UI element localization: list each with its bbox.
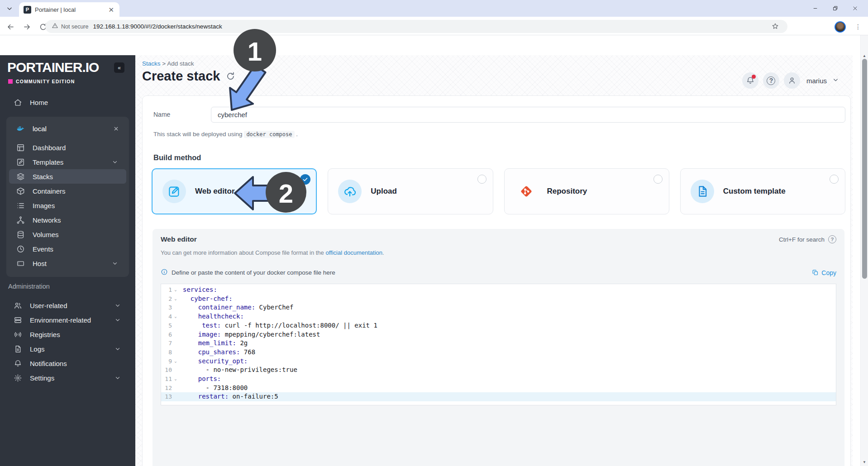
header-actions: ? marius xyxy=(742,72,839,89)
build-method-web-editor[interactable]: Web editor xyxy=(152,168,317,214)
portainer-app: PORTAINER.IO COMMUNITY EDITION « Home lo… xyxy=(0,55,860,466)
fold-chevron-icon: ⌄ xyxy=(172,312,179,321)
restore-icon[interactable] xyxy=(828,2,842,15)
scrollbar-thumb[interactable] xyxy=(862,59,867,279)
refresh-icon[interactable] xyxy=(226,71,235,81)
sidebar-item-host[interactable]: Host xyxy=(9,256,126,271)
users-icon xyxy=(14,301,22,310)
sidebar-item-settings[interactable]: Settings xyxy=(0,371,135,385)
stack-name-input[interactable] xyxy=(211,107,845,123)
not-secure-warning-icon xyxy=(52,22,58,31)
docker-whale-icon xyxy=(16,124,25,133)
radio-button[interactable] xyxy=(653,175,663,184)
url-text: 192.168.1.18:9000/#!/2/docker/stacks/new… xyxy=(93,23,222,30)
deploy-info: This stack will be deployed using docker… xyxy=(153,131,298,138)
chevron-down-icon xyxy=(114,375,121,381)
url-bar[interactable]: Not secure 192.168.1.18:9000/#!/2/docker… xyxy=(45,20,787,33)
build-method-upload[interactable]: Upload xyxy=(328,168,493,214)
home-icon xyxy=(14,98,22,107)
browser-tab[interactable]: P Portainer | local ✕ xyxy=(19,2,119,17)
search-help-icon[interactable]: ? xyxy=(828,235,836,243)
search-hint: Ctrl+F for search ? xyxy=(779,235,836,243)
sidebar-item-volumes[interactable]: Volumes xyxy=(9,227,126,242)
browser-profile-avatar[interactable] xyxy=(835,21,846,33)
line-gutter: 11⌄ xyxy=(161,375,183,384)
templates-icon xyxy=(16,158,25,166)
sidebar-item-logs[interactable]: Logs xyxy=(0,342,135,356)
back-icon[interactable] xyxy=(5,21,16,33)
radio-button[interactable] xyxy=(477,175,486,184)
upload-icon xyxy=(338,180,362,203)
scroll-up-icon[interactable]: ▲ xyxy=(861,52,868,59)
breadcrumb-stacks-link[interactable]: Stacks xyxy=(142,60,161,67)
username: marius xyxy=(806,77,827,85)
tab-close-icon[interactable]: ✕ xyxy=(107,5,115,14)
breadcrumb-separator: > xyxy=(162,60,166,67)
sidebar-collapse-button[interactable]: « xyxy=(114,62,124,73)
administration-menu: User-relatedEnvironment-relatedRegistrie… xyxy=(0,298,135,385)
sidebar-item-templates[interactable]: Templates xyxy=(9,155,126,169)
notifications-bell-button[interactable] xyxy=(742,72,758,89)
web-editor-title: Web editor xyxy=(161,235,197,243)
sidebar-item-dashboard[interactable]: Dashboard xyxy=(9,140,126,155)
compose-code-editor[interactable]: 1⌄services:2⌄ cyber-chef:3 container_nam… xyxy=(161,284,836,405)
sidebar-item-stacks[interactable]: Stacks xyxy=(9,169,126,184)
environment-header[interactable]: local xyxy=(9,120,126,137)
chevron-down-icon xyxy=(114,302,121,309)
build-method-title: Build method xyxy=(153,153,201,162)
sidebar-item-notifications[interactable]: Notifications xyxy=(0,356,135,371)
browser-menu-icon[interactable]: ⋮ xyxy=(854,21,862,32)
code-line: 7 mem_limit: 2g xyxy=(161,339,836,348)
user-menu-chevron-icon[interactable] xyxy=(832,76,839,85)
scroll-down-icon[interactable]: ▼ xyxy=(861,459,868,465)
sidebar-item-user-related[interactable]: User-related xyxy=(0,298,135,313)
code-line: 5 test: curl -f http://localhost:8000/ |… xyxy=(161,321,836,330)
minimize-icon[interactable] xyxy=(808,2,822,15)
line-gutter: 12 xyxy=(161,384,183,393)
tab-search-icon[interactable] xyxy=(5,4,14,13)
line-gutter: 1⌄ xyxy=(161,285,183,295)
line-gutter: 7 xyxy=(161,339,183,348)
build-method-repository[interactable]: Repository xyxy=(504,168,669,214)
copy-button[interactable]: Copy xyxy=(812,269,836,276)
radio-button[interactable] xyxy=(830,175,839,184)
fold-chevron-icon: ⌄ xyxy=(172,285,179,295)
fold-chevron-icon: ⌄ xyxy=(172,375,179,384)
line-gutter: 8 xyxy=(161,348,183,357)
environment-close-icon[interactable] xyxy=(113,126,119,132)
create-stack-card: Name This stack will be deployed using d… xyxy=(142,95,851,466)
screen: P Portainer | local ✕ Not secure 192.168… xyxy=(0,0,868,466)
line-gutter: 3 xyxy=(161,303,183,312)
environments-icon xyxy=(14,316,22,324)
scrollbar[interactable]: ▲ ▼ xyxy=(860,35,868,466)
web-editor-icon xyxy=(162,180,186,203)
chevron-down-icon xyxy=(114,317,121,323)
sidebar-item-registries[interactable]: Registries xyxy=(0,327,135,342)
code-line: 11⌄ ports: xyxy=(161,375,836,384)
host-icon xyxy=(16,259,25,268)
sidebar-item-images[interactable]: Images xyxy=(9,198,126,213)
sidebar-item-home[interactable]: Home xyxy=(0,95,135,109)
user-avatar-icon[interactable] xyxy=(784,72,800,89)
sidebar-item-containers[interactable]: Containers xyxy=(9,184,126,198)
help-button[interactable]: ? xyxy=(763,72,779,89)
page-title: Create stack xyxy=(142,69,220,84)
line-gutter: 13 xyxy=(161,392,183,401)
sidebar-item-networks[interactable]: Networks xyxy=(9,213,126,227)
portainer-favicon-icon: P xyxy=(24,6,31,14)
notification-badge xyxy=(752,75,756,79)
build-method-custom-template[interactable]: Custom template xyxy=(680,168,845,214)
close-window-icon[interactable] xyxy=(848,2,862,15)
breadcrumb: Stacks > Add stack xyxy=(142,60,194,67)
repository-icon xyxy=(515,180,538,203)
dashboard-icon xyxy=(16,143,25,152)
deploy-code-chip: docker compose xyxy=(244,131,294,138)
forward-icon[interactable] xyxy=(21,21,33,33)
bookmark-star-icon[interactable] xyxy=(771,22,779,32)
portainer-logo: PORTAINER.IO xyxy=(7,60,99,75)
sidebar-item-label: Home xyxy=(30,99,48,106)
sidebar-item-environment-related[interactable]: Environment-related xyxy=(0,313,135,327)
official-documentation-link[interactable]: official documentation xyxy=(325,249,382,256)
name-label: Name xyxy=(153,111,170,118)
sidebar-item-events[interactable]: Events xyxy=(9,242,126,256)
